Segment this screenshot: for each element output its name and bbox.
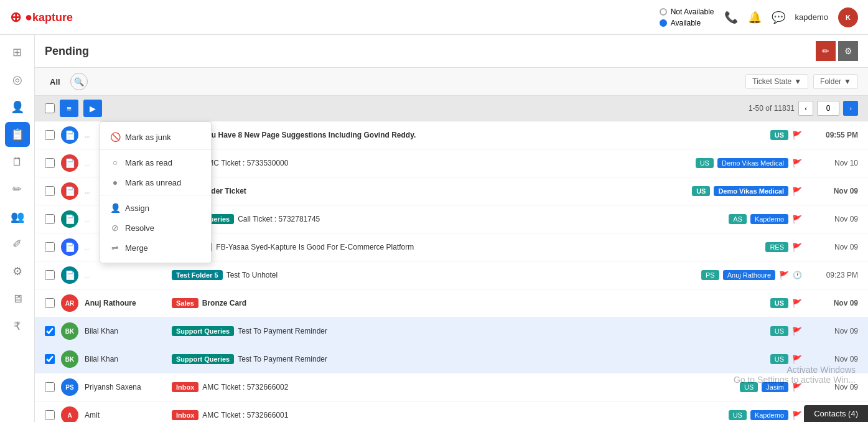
sidebar-item-globe[interactable]: ◎: [5, 67, 30, 92]
actions-left: ≡ ▶: [45, 100, 102, 117]
not-available-radio: [660, 8, 667, 16]
ticket-state-label: Ticket State: [752, 77, 791, 86]
toolbar-right: Ticket State ▼ Folder ▼: [745, 74, 858, 89]
ticket-subject: Test To Payment Reminder: [238, 327, 327, 335]
select-all-checkbox[interactable]: [45, 103, 55, 113]
sidebar-item-users[interactable]: 👥: [5, 204, 30, 229]
badge-type: Sales: [172, 298, 198, 308]
row-content: Inbox AMC Ticket : 5732666001: [172, 410, 722, 420]
row-checkbox[interactable]: [45, 158, 55, 168]
sidebar-item-billing[interactable]: ₹: [5, 314, 30, 339]
sidebar-item-notes[interactable]: 🗒: [5, 149, 30, 174]
row-checkbox[interactable]: [45, 298, 55, 308]
mark-junk-label: Mark as junk: [125, 133, 171, 142]
bell-icon[interactable]: 🔔: [748, 11, 762, 24]
billing-icon: ₹: [14, 319, 21, 333]
next-page-button[interactable]: ›: [843, 101, 858, 116]
not-available-option[interactable]: Not Available: [660, 7, 714, 16]
avatar[interactable]: K: [838, 7, 858, 27]
table-row[interactable]: 📄 ... Test Folder 5 Test To Unhotel PS A…: [35, 261, 868, 289]
row-checkbox[interactable]: [45, 410, 55, 420]
ticket-subject: You Have 8 New Page Suggestions Includin…: [202, 131, 416, 139]
sidebar-item-contacts[interactable]: 👤: [5, 95, 30, 120]
available-option[interactable]: Available: [660, 19, 714, 27]
mark-unread-label: Mark as unread: [125, 178, 181, 187]
row-content: Inbox AMC Ticket : 5732666002: [172, 382, 734, 392]
top-nav: ⊕ ●kapture Not Available Available 📞 🔔 💬…: [0, 0, 868, 35]
sidebar-item-home[interactable]: ⊞: [5, 40, 30, 65]
row-meta: US Jasim 🚩: [740, 382, 802, 392]
row-avatar: 📄: [61, 126, 78, 144]
flag-icon: 🚩: [792, 411, 802, 420]
sidebar-item-tickets[interactable]: 📋: [5, 122, 30, 147]
list-view-button[interactable]: ≡: [60, 100, 78, 117]
ticket-subject: AMC Ticket : 5733530000: [202, 159, 288, 167]
edit-icon: ✏: [12, 182, 22, 196]
row-meta: PS Anuj Rathoure 🚩 🕐: [701, 270, 802, 280]
table-row[interactable]: BK Bilal Khan Support Queries Test To Pa…: [35, 345, 868, 373]
ticket-state-dropdown[interactable]: Ticket State ▼: [745, 74, 808, 89]
chevron-down-icon: ▼: [794, 77, 801, 86]
mark-as-junk-item[interactable]: 🚫 Mark as junk: [100, 127, 211, 147]
table-row[interactable]: A Amit Inbox AMC Ticket : 5732666001 US …: [35, 401, 868, 422]
page-number-input[interactable]: [817, 101, 839, 116]
row-checkbox[interactable]: [45, 186, 55, 196]
row-checkbox[interactable]: [45, 242, 55, 252]
search-button[interactable]: 🔍: [70, 73, 88, 90]
actions-right: 1-50 of 11831 ‹ ›: [749, 101, 858, 116]
availability: Not Available Available: [660, 7, 714, 27]
sidebar-item-settings[interactable]: ⚙: [5, 259, 30, 284]
row-checkbox[interactable]: [45, 382, 55, 392]
home-icon: ⊞: [12, 45, 22, 59]
all-filter[interactable]: All: [45, 77, 65, 87]
settings-button[interactable]: ⚙: [838, 41, 858, 61]
tag-region: US: [729, 410, 747, 420]
row-avatar: 📄: [61, 266, 78, 284]
folder-view-button[interactable]: ▶: [83, 100, 102, 117]
row-content: Support Queries Test To Payment Reminder: [172, 326, 764, 336]
row-sender: Priyansh Saxena: [85, 383, 166, 392]
row-checkbox[interactable]: [45, 270, 55, 280]
row-time: Nov 09: [808, 187, 858, 195]
phone-icon[interactable]: 📞: [724, 11, 738, 24]
row-checkbox[interactable]: [45, 354, 55, 364]
badge-type: Inbox: [172, 410, 198, 420]
row-avatar: 📄: [61, 238, 78, 256]
sidebar-item-reports[interactable]: ✐: [5, 232, 30, 256]
row-time: Nov 09: [808, 299, 858, 307]
table-row[interactable]: BK Bilal Khan Support Queries Test To Pa…: [35, 317, 868, 345]
folder-view-icon: ▶: [90, 104, 96, 113]
table-row[interactable]: PS Priyansh Saxena Inbox AMC Ticket : 57…: [35, 373, 868, 401]
flag-icon: 🚩: [792, 243, 802, 252]
sidebar-item-edit[interactable]: ✏: [5, 177, 30, 202]
badge-type: Support Queries: [172, 354, 234, 364]
tag-region: US: [696, 158, 714, 168]
tag-contact: Anuj Rathoure: [723, 270, 775, 280]
resolve-item[interactable]: ⊘ Resolve: [100, 218, 211, 238]
row-checkbox[interactable]: [45, 326, 55, 336]
row-time: 09:23 PM: [808, 271, 858, 279]
mark-as-unread-item[interactable]: ● Mark as unread: [100, 172, 211, 192]
mark-as-read-item[interactable]: ○ Mark as read: [100, 152, 211, 172]
row-avatar: PS: [61, 378, 78, 396]
chat-icon[interactable]: 💬: [772, 11, 785, 24]
row-avatar: BK: [61, 322, 78, 340]
table-row[interactable]: AR Anuj Rathoure Sales Bronze Card US 🚩 …: [35, 289, 868, 317]
tag-contact: Kapdemo: [750, 214, 788, 224]
page-title: Pending: [45, 45, 89, 58]
folder-label: Folder: [820, 77, 841, 86]
folder-dropdown[interactable]: Folder ▼: [813, 74, 858, 89]
badge-type: Inbox: [172, 382, 198, 392]
row-checkbox[interactable]: [45, 214, 55, 224]
assign-item[interactable]: 👤 Assign: [100, 198, 211, 218]
merge-item[interactable]: ⇌ Merge: [100, 238, 211, 258]
edit-button[interactable]: ✏: [816, 41, 836, 61]
row-avatar: A: [61, 406, 78, 422]
prev-page-button[interactable]: ‹: [798, 101, 813, 116]
row-meta: AS Kapdemo 🚩: [729, 214, 802, 224]
ticket-subject: FB-Yasaa Syed-Kapture Is Good For E-Comm…: [216, 243, 414, 251]
sidebar-item-monitor[interactable]: 🖥: [5, 286, 30, 311]
row-checkbox[interactable]: [45, 130, 55, 140]
tag-region: RES: [765, 242, 788, 252]
contacts-bar[interactable]: Contacts (4): [804, 405, 868, 422]
